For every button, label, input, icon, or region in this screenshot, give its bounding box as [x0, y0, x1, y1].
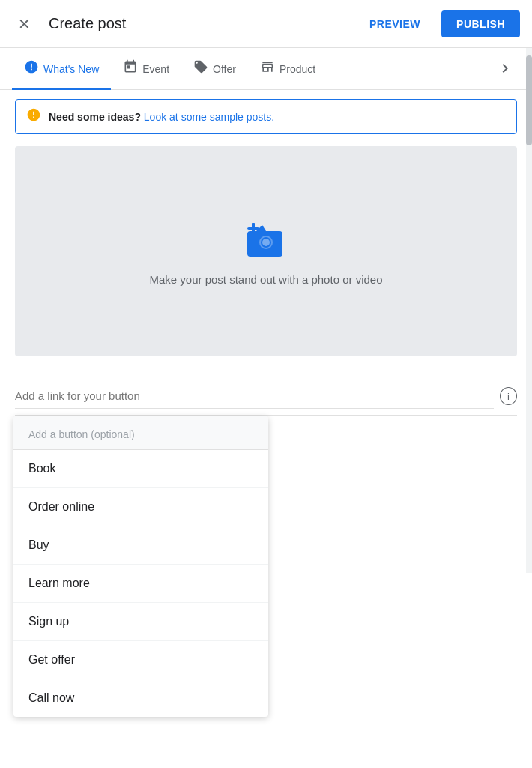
dropdown-item-sign-up[interactable]: Sign up: [13, 603, 268, 641]
button-link-row: i: [15, 377, 517, 416]
close-icon: ✕: [18, 15, 31, 33]
publish-button[interactable]: PUBLISH: [441, 10, 520, 38]
tab-event[interactable]: Event: [111, 50, 181, 90]
info-icon[interactable]: i: [500, 387, 517, 405]
header-left: ✕ Create post: [12, 9, 126, 39]
product-icon: [260, 59, 275, 78]
dropdown-item-book[interactable]: Book: [13, 450, 268, 488]
ideas-text: Need some ideas? Look at some sample pos…: [49, 111, 274, 123]
tab-event-label: Event: [142, 63, 169, 75]
tab-more-button[interactable]: [490, 59, 520, 77]
event-icon: [123, 59, 138, 78]
dropdown-item-buy[interactable]: Buy: [13, 526, 268, 565]
header-right: PREVIEW PUBLISH: [357, 10, 520, 38]
dropdown-item-call-now[interactable]: Call now: [13, 680, 268, 717]
ideas-icon: [26, 107, 41, 126]
tab-whats-new-label: What's New: [43, 63, 99, 75]
ideas-link[interactable]: Look at some sample posts.: [144, 111, 274, 123]
scrollbar-track: [526, 48, 532, 573]
close-button[interactable]: ✕: [12, 9, 37, 39]
photo-prompt-text: Make your post stand out with a photo or…: [149, 273, 382, 286]
dropdown-item-learn-more[interactable]: Learn more: [13, 565, 268, 603]
svg-point-4: [262, 238, 270, 246]
preview-button[interactable]: PREVIEW: [357, 12, 432, 36]
ideas-banner[interactable]: Need some ideas? Look at some sample pos…: [15, 99, 517, 134]
tab-product[interactable]: Product: [248, 50, 327, 90]
content-area: Need some ideas? Look at some sample pos…: [0, 90, 532, 365]
whats-new-icon: [24, 59, 39, 78]
scrollbar-thumb[interactable]: [526, 56, 532, 146]
page-title: Create post: [49, 15, 126, 32]
tab-product-label: Product: [279, 63, 315, 75]
tab-bar: What's New Event Offer Product: [0, 48, 532, 90]
offer-icon: [193, 59, 208, 78]
button-dropdown: Add a button (optional) Book Order onlin…: [13, 416, 268, 717]
app-header: ✕ Create post PREVIEW PUBLISH: [0, 0, 532, 48]
tab-offer-label: Offer: [213, 63, 236, 75]
dropdown-header: Add a button (optional): [13, 416, 268, 450]
dropdown-item-get-offer[interactable]: Get offer: [13, 641, 268, 680]
button-link-input[interactable]: [15, 383, 494, 409]
tab-offer[interactable]: Offer: [181, 50, 248, 90]
camera-icon: [240, 218, 292, 262]
photo-upload-area[interactable]: Make your post stand out with a photo or…: [15, 146, 517, 356]
tab-whats-new[interactable]: What's New: [12, 50, 111, 90]
dropdown-item-order-online[interactable]: Order online: [13, 488, 268, 526]
